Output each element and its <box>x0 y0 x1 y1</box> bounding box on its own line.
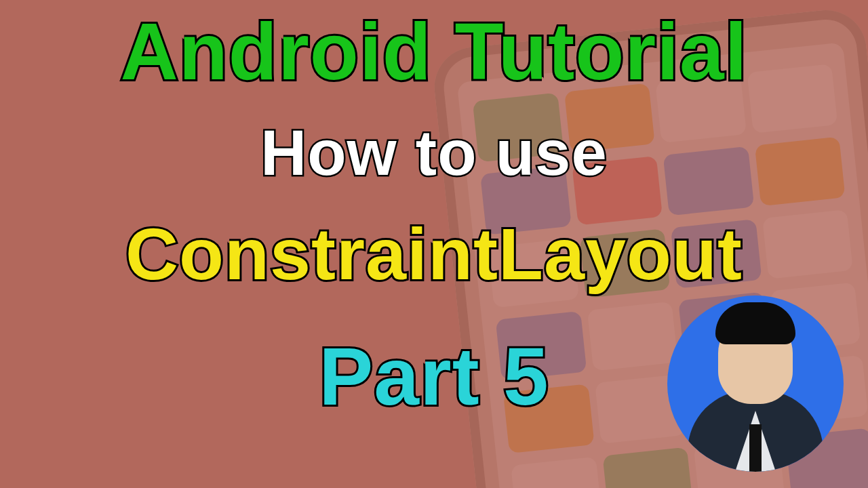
avatar-tie <box>749 424 762 472</box>
thumbnail-stage: Android Tutorial How to use ConstraintLa… <box>0 0 868 488</box>
title-line-3: ConstraintLayout <box>20 211 848 296</box>
avatar-hair <box>715 302 795 344</box>
title-line-1: Android Tutorial <box>20 5 848 98</box>
title-line-2: How to use <box>20 117 848 190</box>
presenter-avatar <box>667 296 844 472</box>
